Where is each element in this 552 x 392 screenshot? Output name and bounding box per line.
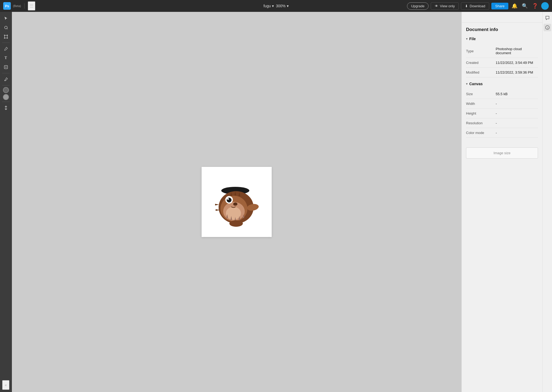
download-button[interactable]: ⬇ Download — [461, 2, 489, 10]
view-only-label: View only — [440, 4, 455, 8]
fugu-illustration — [207, 172, 266, 232]
topbar-left: Ps (Beta) ☰ — [3, 1, 405, 11]
svg-point-13 — [226, 207, 241, 220]
select-tool[interactable] — [2, 14, 10, 23]
canvas-chevron-icon: ▾ — [466, 82, 468, 86]
type-label: Type — [466, 49, 496, 53]
svg-point-15 — [227, 198, 232, 202]
svg-rect-4 — [7, 35, 8, 36]
canvas-section: ▾ Canvas Size 55.5 kB Width - Height - R… — [466, 82, 538, 138]
tool-separator-4 — [2, 102, 10, 102]
tool-separator-1 — [2, 43, 10, 43]
svg-text:i: i — [547, 26, 548, 29]
swap-tool[interactable] — [2, 104, 10, 112]
created-value: 11/22/2022, 3:54:49 PM — [496, 61, 538, 65]
modified-label: Modified — [466, 70, 496, 74]
modified-row: Modified 11/22/2022, 3:59:36 PM — [466, 68, 538, 77]
file-chevron-icon: ▾ — [466, 37, 468, 41]
svg-marker-27 — [215, 204, 219, 205]
color-mode-row: Color mode - — [466, 128, 538, 138]
right-panel: Document info ▾ File Type Photoshop clou… — [461, 12, 542, 392]
modified-value: 11/22/2022, 3:59:36 PM — [496, 70, 538, 74]
size-value: 55.5 kB — [496, 92, 538, 96]
created-label: Created — [466, 61, 496, 65]
type-value: Photoshop cloud document — [496, 47, 538, 55]
lasso-tool[interactable] — [2, 23, 10, 32]
color-mode-value: - — [496, 131, 538, 135]
height-value: - — [496, 111, 538, 115]
zoom-chevron-icon: ▾ — [287, 4, 289, 8]
beta-label: (Beta) — [13, 4, 21, 8]
shape-tool[interactable] — [2, 63, 10, 71]
artwork-canvas — [202, 167, 272, 237]
svg-line-1 — [7, 28, 8, 29]
height-label: Height — [466, 111, 496, 115]
canvas-section-header[interactable]: ▾ Canvas — [466, 82, 538, 86]
panel-title: Document info — [466, 27, 538, 32]
toolbar: T « — [0, 12, 12, 392]
avatar[interactable] — [541, 2, 549, 10]
svg-point-8 — [4, 80, 5, 81]
type-row: Type Photoshop cloud document — [466, 44, 538, 58]
size-label: Size — [466, 92, 496, 96]
color-mode-label: Color mode — [466, 131, 496, 135]
main-area: T « — [0, 12, 552, 392]
type-tool[interactable]: T — [2, 54, 10, 62]
tool-separator-3 — [2, 85, 10, 85]
download-label: Download — [470, 4, 485, 8]
width-value: - — [496, 102, 538, 106]
canvas-section-title: Canvas — [469, 82, 483, 86]
width-row: Width - — [466, 99, 538, 109]
download-icon: ⬇ — [465, 4, 468, 8]
upgrade-button[interactable]: Upgrade — [407, 2, 429, 10]
file-section-title: File — [469, 37, 476, 41]
topbar: Ps (Beta) ☰ fugu ▾ 300% ▾ Upgrade 👁 View… — [0, 0, 552, 12]
file-section: ▾ File Type Photoshop cloud document Cre… — [466, 37, 538, 77]
resolution-label: Resolution — [466, 121, 496, 125]
topbar-center: fugu ▾ 300% ▾ — [263, 4, 288, 8]
size-row: Size 55.5 kB — [466, 89, 538, 99]
hamburger-button[interactable]: ☰ — [28, 1, 35, 11]
share-button[interactable]: Share — [491, 3, 508, 9]
search-icon[interactable]: 🔍 — [521, 2, 529, 10]
resolution-row: Resolution - — [466, 118, 538, 128]
file-section-header[interactable]: ▾ File — [466, 37, 538, 41]
zoom-button[interactable]: 300% ▾ — [276, 4, 289, 8]
svg-rect-6 — [7, 38, 8, 39]
collapse-toolbar-button[interactable]: « — [2, 380, 10, 390]
svg-rect-3 — [4, 35, 5, 36]
image-size-button[interactable]: Image size — [466, 147, 538, 159]
svg-point-16 — [227, 198, 229, 200]
topbar-right: Upgrade 👁 View only ⬇ Download Share 🔔 🔍… — [407, 2, 549, 10]
created-row: Created 11/22/2022, 3:54:49 PM — [466, 58, 538, 68]
svg-rect-5 — [4, 38, 5, 39]
info-icon-button[interactable]: i — [544, 24, 551, 31]
filename-label: fugu — [263, 4, 271, 8]
foreground-color[interactable] — [3, 87, 9, 93]
topbar-divider — [24, 3, 25, 9]
svg-point-29 — [229, 220, 243, 227]
zoom-label: 300% — [276, 4, 286, 8]
height-row: Height - — [466, 109, 538, 118]
filename-button[interactable]: fugu ▾ — [263, 4, 274, 8]
background-color[interactable] — [3, 94, 9, 100]
type-icon: T — [5, 56, 7, 60]
filename-chevron-icon: ▾ — [272, 4, 274, 8]
notifications-icon[interactable]: 🔔 — [510, 2, 519, 10]
canvas-area — [12, 12, 461, 392]
resolution-value: - — [496, 121, 538, 125]
view-only-button[interactable]: 👁 View only — [431, 2, 459, 10]
panel-content: Document info ▾ File Type Photoshop clou… — [462, 23, 542, 392]
help-icon[interactable]: ❓ — [531, 2, 539, 10]
tool-separator-2 — [2, 73, 10, 73]
svg-point-17 — [233, 202, 237, 206]
panel-tabs — [462, 12, 542, 23]
svg-rect-2 — [5, 35, 7, 38]
brush-tool[interactable] — [2, 44, 10, 53]
ps-logo: Ps — [3, 2, 11, 10]
transform-tool[interactable] — [2, 32, 10, 41]
width-label: Width — [466, 102, 496, 106]
comment-icon-button[interactable] — [544, 14, 551, 22]
eye-icon: 👁 — [435, 4, 438, 8]
eyedropper-tool[interactable] — [2, 75, 10, 84]
